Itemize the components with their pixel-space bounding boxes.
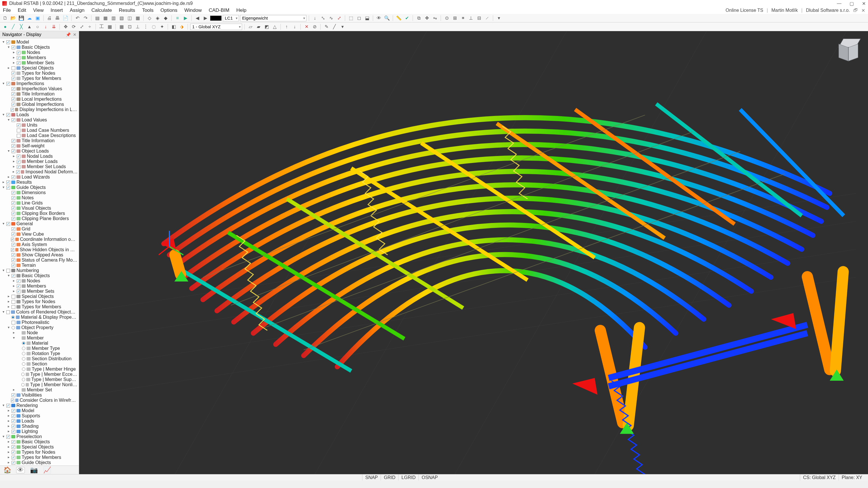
loadcase-color-swatch[interactable] bbox=[210, 15, 222, 21]
expand-arrow-icon[interactable]: ▸ bbox=[12, 388, 16, 392]
tree-item[interactable]: Member Type bbox=[1, 346, 79, 351]
offset-down-icon[interactable]: ↓ bbox=[291, 23, 298, 30]
expand-arrow-icon[interactable]: ▸ bbox=[12, 170, 15, 174]
tree-item[interactable]: ▾Loads bbox=[1, 112, 79, 118]
polar-icon[interactable]: ✦ bbox=[158, 23, 165, 30]
tree-checkbox[interactable] bbox=[11, 300, 15, 304]
isolate-icon[interactable]: 🔍 bbox=[383, 15, 391, 22]
expand-arrow-icon[interactable]: ▾ bbox=[2, 310, 5, 314]
expand-arrow-icon[interactable]: ▸ bbox=[7, 305, 10, 309]
tree-checkbox[interactable] bbox=[11, 71, 15, 75]
offset-up-icon[interactable]: ↑ bbox=[283, 23, 290, 30]
ucs-icon[interactable]: ⬗ bbox=[178, 23, 185, 30]
tree-item[interactable]: ▸Nodes bbox=[1, 50, 79, 55]
child-restore-icon[interactable]: 🗗 bbox=[853, 8, 858, 13]
tree-item[interactable]: ▾Guide Objects bbox=[1, 185, 79, 190]
print-icon[interactable]: 🖨 bbox=[46, 15, 53, 22]
expand-arrow-icon[interactable]: ▾ bbox=[2, 222, 5, 226]
snap-line-icon[interactable]: ⟋ bbox=[484, 15, 491, 22]
tree-item[interactable]: Type | Member Support bbox=[1, 377, 79, 382]
divide-icon[interactable]: ÷ bbox=[86, 23, 93, 30]
cloud-icon[interactable]: ☁ bbox=[26, 15, 33, 22]
tree-item[interactable]: ▾Load Values bbox=[1, 118, 79, 123]
tree-checkbox[interactable] bbox=[11, 144, 15, 148]
tree-checkbox[interactable] bbox=[11, 451, 15, 454]
calculate-all-icon[interactable]: ▶ bbox=[182, 15, 189, 22]
tree-item[interactable]: Status of Camera Fly Mode bbox=[1, 258, 79, 263]
menu-calculate[interactable]: Calculate bbox=[91, 7, 112, 13]
tree-checkbox[interactable] bbox=[11, 419, 15, 423]
block-manager-icon[interactable]: ▣ bbox=[34, 15, 41, 22]
tree-item[interactable]: ▸Members bbox=[1, 55, 79, 60]
tree-radio[interactable] bbox=[11, 326, 15, 329]
tree-checkbox[interactable] bbox=[11, 103, 15, 106]
tree-item[interactable]: ▸Node bbox=[1, 330, 79, 335]
navigator-tree[interactable]: ▾Model▾Basic Objects▸Nodes▸Members▸Membe… bbox=[0, 38, 79, 465]
tree-item[interactable]: View Cube bbox=[1, 232, 79, 237]
finish-icon[interactable]: ⊘ bbox=[311, 23, 318, 30]
tree-checkbox[interactable] bbox=[11, 97, 15, 101]
tree-checkbox[interactable] bbox=[17, 284, 21, 288]
support-icon[interactable]: ▲ bbox=[26, 23, 33, 30]
mirror-icon[interactable]: ⇋ bbox=[431, 15, 438, 22]
tree-item[interactable]: Global Imperfections bbox=[1, 102, 79, 107]
tree-item[interactable]: ▸Member Set bbox=[1, 387, 79, 393]
prev-loadcase-icon[interactable]: ◀ bbox=[194, 15, 201, 22]
tree-checkbox[interactable] bbox=[11, 456, 15, 459]
tree-checkbox[interactable] bbox=[11, 393, 15, 397]
tree-checkbox[interactable] bbox=[11, 87, 15, 91]
panel-close-icon[interactable]: ✕ bbox=[73, 32, 76, 37]
tree-checkbox[interactable] bbox=[6, 269, 10, 272]
tree-item[interactable]: Display Imperfections in Load Cas... bbox=[1, 107, 79, 112]
tree-checkbox[interactable] bbox=[11, 445, 15, 449]
tree-item[interactable]: Material & Display Properties bbox=[1, 315, 79, 320]
tree-checkbox[interactable] bbox=[17, 56, 21, 60]
open-file-icon[interactable]: 📂 bbox=[10, 15, 17, 22]
undo-icon[interactable]: ↶ bbox=[74, 15, 81, 22]
select-related-icon[interactable]: ⬓ bbox=[364, 15, 371, 22]
tree-checkbox[interactable] bbox=[17, 290, 21, 293]
expand-arrow-icon[interactable]: ▾ bbox=[7, 149, 10, 153]
tree-item[interactable]: Title Information bbox=[1, 91, 79, 97]
dynamic-input-icon[interactable]: ◌ bbox=[150, 23, 157, 30]
cancel-icon[interactable]: ✕ bbox=[303, 23, 310, 30]
report-icon[interactable]: 📄 bbox=[62, 15, 69, 22]
plane-xz-icon[interactable]: ▰ bbox=[255, 23, 262, 30]
line-draw-icon[interactable]: ╱ bbox=[331, 23, 338, 30]
tree-checkbox[interactable] bbox=[11, 118, 15, 122]
tree-item[interactable]: Grid bbox=[1, 226, 79, 232]
plane-3pt-icon[interactable]: △ bbox=[271, 23, 278, 30]
tree-item[interactable]: Clipping Box Borders bbox=[1, 211, 79, 216]
tree-checkbox[interactable] bbox=[16, 170, 20, 174]
tree-item[interactable]: ▾Object Property bbox=[1, 325, 79, 330]
expand-arrow-icon[interactable]: ▾ bbox=[2, 435, 5, 439]
tree-item[interactable]: Material bbox=[1, 340, 79, 346]
tree-checkbox[interactable] bbox=[11, 425, 15, 428]
line-load-icon[interactable]: ⇊ bbox=[50, 23, 57, 30]
nav-tab-results-icon[interactable]: 📈 bbox=[43, 467, 51, 473]
tree-item[interactable]: Terrain bbox=[1, 263, 79, 268]
plane-yz-icon[interactable]: ◩ bbox=[263, 23, 270, 30]
tree-checkbox[interactable] bbox=[17, 51, 21, 55]
select-icon[interactable]: ⬚ bbox=[347, 15, 354, 22]
tree-checkbox[interactable] bbox=[11, 248, 14, 252]
tree-checkbox[interactable] bbox=[11, 77, 15, 80]
hinge-icon[interactable]: ○ bbox=[34, 23, 41, 30]
tree-item[interactable]: ▸Member Set Loads bbox=[1, 164, 79, 169]
expand-arrow-icon[interactable]: ▾ bbox=[2, 268, 5, 272]
edit-mode-icon[interactable]: ✎ bbox=[323, 23, 330, 30]
tree-checkbox[interactable] bbox=[11, 191, 15, 195]
tree-item[interactable]: ▸Types for Members bbox=[1, 455, 79, 460]
tree-item[interactable]: Section Distribution bbox=[1, 356, 79, 361]
expand-arrow-icon[interactable]: ▸ bbox=[7, 409, 10, 413]
tree-radio[interactable] bbox=[22, 352, 25, 355]
expand-arrow-icon[interactable]: ▾ bbox=[7, 118, 10, 122]
tree-item[interactable]: ▸Lighting bbox=[1, 429, 79, 434]
tree-item[interactable]: Visual Objects bbox=[1, 206, 79, 211]
snap-mid-icon[interactable]: ⊞ bbox=[451, 15, 458, 22]
menu-tools[interactable]: Tools bbox=[142, 7, 154, 13]
expand-arrow-icon[interactable]: ▸ bbox=[12, 331, 16, 335]
expand-arrow-icon[interactable]: ▸ bbox=[7, 445, 10, 449]
expand-arrow-icon[interactable]: ▾ bbox=[2, 82, 5, 86]
tree-item[interactable]: ▸Imposed Nodal Deformations bbox=[1, 169, 79, 174]
